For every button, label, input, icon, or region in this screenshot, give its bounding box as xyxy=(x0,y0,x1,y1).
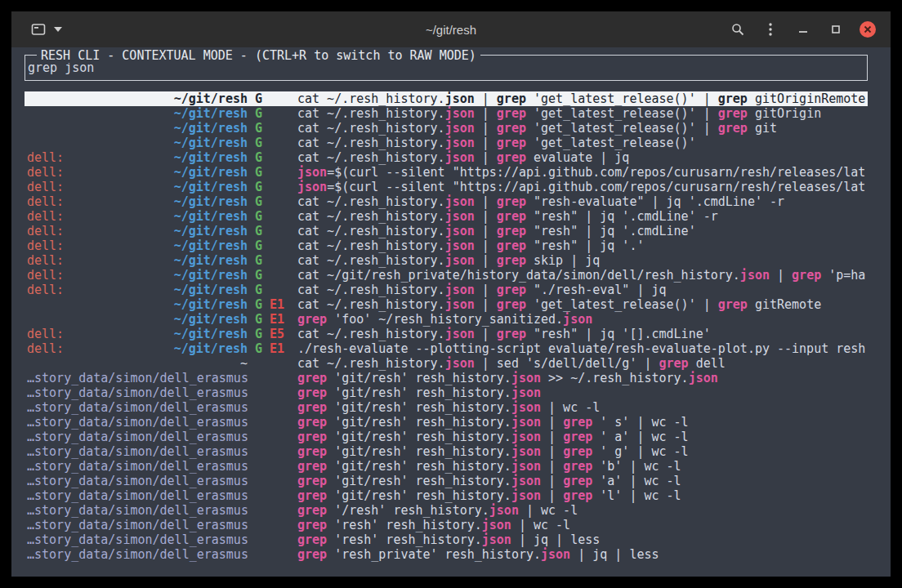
history-row[interactable]: ~/git/reshGcat ~/.resh_history.json | gr… xyxy=(25,106,868,121)
query-match: grep xyxy=(718,121,748,136)
row-location: ~ xyxy=(27,356,248,371)
history-row[interactable]: dell:~/git/reshGcat ~/.resh_history.json… xyxy=(25,150,868,165)
query-match: json xyxy=(445,224,475,238)
row-pwd: ~/git/resh xyxy=(174,165,248,180)
titlebar-controls xyxy=(729,20,876,38)
row-location: dell:~/git/resh xyxy=(27,268,248,283)
row-command: cat ~/.resh_history.json | grep "resh" |… xyxy=(297,209,868,224)
history-row[interactable]: dell:~/git/reshGcat ~/.resh_history.json… xyxy=(25,238,868,253)
query-match: json xyxy=(482,532,511,547)
close-button[interactable] xyxy=(860,21,876,38)
history-row[interactable]: …story_data/simon/dell_erasmusgrep 'resh… xyxy=(25,547,868,562)
row-command: grep 'git/resh' resh_history.json | grep… xyxy=(297,474,868,488)
row-flags: G xyxy=(248,268,297,283)
history-row[interactable]: …story_data/simon/dell_erasmusgrep 'git/… xyxy=(25,400,868,415)
row-flags: G E1 xyxy=(248,312,297,327)
row-command: grep 'git/resh' resh_history.json xyxy=(297,385,868,400)
query-match: json xyxy=(511,488,541,503)
row-location: ~/git/resh xyxy=(27,312,248,327)
row-pwd: …story_data/simon/dell_erasmus xyxy=(27,474,248,488)
history-row[interactable]: dell:~/git/reshGcat ~/.resh_history.json… xyxy=(25,194,868,209)
git-flag: G xyxy=(255,165,262,180)
history-row[interactable]: dell:~/git/reshGcat ~/git/resh_private/h… xyxy=(25,268,868,283)
row-location: dell:~/git/resh xyxy=(27,238,248,253)
history-row[interactable]: …story_data/simon/dell_erasmusgrep 'git/… xyxy=(25,488,868,503)
row-location: dell:~/git/resh xyxy=(27,341,248,356)
history-row[interactable]: …story_data/simon/dell_erasmusgrep 'git/… xyxy=(25,385,868,400)
row-location: …story_data/simon/dell_erasmus xyxy=(27,488,248,503)
row-pwd: ~/git/resh xyxy=(174,209,248,224)
history-row[interactable]: ~/git/reshGcat ~/.resh_history.json | gr… xyxy=(25,121,868,136)
history-row[interactable]: dell:~/git/reshGcat ~/.resh_history.json… xyxy=(25,283,868,297)
row-flags xyxy=(248,356,297,371)
query-match: grep xyxy=(563,488,592,503)
query-match: grep xyxy=(297,459,327,474)
history-row[interactable]: dell:~/git/reshG E5cat ~/.resh_history.j… xyxy=(25,327,868,341)
row-flags xyxy=(248,400,297,415)
git-flag: G xyxy=(255,268,262,283)
row-pwd: …story_data/simon/dell_erasmus xyxy=(27,488,248,503)
history-row[interactable]: …story_data/simon/dell_erasmusgrep 'git/… xyxy=(25,459,868,474)
query-match: grep xyxy=(792,268,821,283)
resh-mode-title: RESH CLI - CONTEXTUAL MODE - (CTRL+R to … xyxy=(37,48,480,63)
git-flag: G xyxy=(255,327,262,341)
row-pwd: ~/git/resh xyxy=(174,121,248,136)
close-icon xyxy=(864,25,872,33)
menu-button[interactable] xyxy=(761,20,779,38)
row-command: grep '/resh' resh_history.json | wc -l xyxy=(297,503,868,518)
query-match: json xyxy=(445,106,475,121)
kebab-menu-icon xyxy=(769,23,772,36)
query-match: json xyxy=(445,238,475,253)
row-location: dell:~/git/resh xyxy=(27,327,248,341)
history-row-selected[interactable]: ~/git/reshGcat ~/.resh_history.json | gr… xyxy=(25,91,868,106)
history-row[interactable]: …story_data/simon/dell_erasmusgrep 'resh… xyxy=(25,518,868,532)
query-match: json xyxy=(445,356,475,371)
query-match: json xyxy=(511,400,541,415)
history-row[interactable]: dell:~/git/reshGcat ~/.resh_history.json… xyxy=(25,209,868,224)
history-row[interactable]: ~/git/reshGcat ~/.resh_history.json | gr… xyxy=(25,136,868,150)
row-command: grep 'git/resh' resh_history.json | grep… xyxy=(297,430,868,444)
query-match: json xyxy=(489,503,519,518)
history-row[interactable]: …story_data/simon/dell_erasmusgrep 'git/… xyxy=(25,371,868,385)
row-pwd: ~/git/resh xyxy=(174,106,248,121)
row-host: dell: xyxy=(27,327,64,341)
history-row[interactable]: …story_data/simon/dell_erasmusgrep 'git/… xyxy=(25,474,868,488)
new-terminal-button[interactable] xyxy=(31,23,62,36)
history-row[interactable]: ~cat ~/.resh_history.json | sed 's/dell/… xyxy=(25,356,868,371)
row-location: …story_data/simon/dell_erasmus xyxy=(27,518,248,532)
history-row[interactable]: …story_data/simon/dell_erasmusgrep 'git/… xyxy=(25,415,868,430)
row-location: …story_data/simon/dell_erasmus xyxy=(27,415,248,430)
history-row[interactable]: dell:~/git/reshG E1./resh-evaluate --plo… xyxy=(25,341,868,356)
history-row[interactable]: …story_data/simon/dell_erasmusgrep '/res… xyxy=(25,503,868,518)
restore-icon xyxy=(831,24,841,34)
history-row[interactable]: dell:~/git/reshGcat ~/.resh_history.json… xyxy=(25,224,868,238)
row-location: …story_data/simon/dell_erasmus xyxy=(27,503,248,518)
minimize-button[interactable] xyxy=(794,20,812,38)
history-row[interactable]: …story_data/simon/dell_erasmusgrep 'resh… xyxy=(25,532,868,547)
row-location: …story_data/simon/dell_erasmus xyxy=(27,547,248,562)
row-command: grep 'git/resh' resh_history.json | grep… xyxy=(297,488,868,503)
row-pwd: ~/git/resh xyxy=(174,253,248,268)
query-match: json xyxy=(511,444,541,459)
history-row[interactable]: dell:~/git/reshGjson=$(curl --silent "ht… xyxy=(25,180,868,194)
restore-button[interactable] xyxy=(827,20,845,38)
history-row[interactable]: ~/git/reshG E1grep 'foo' ~/resh_history_… xyxy=(25,312,868,327)
row-flags: G xyxy=(248,91,297,106)
row-pwd: …story_data/simon/dell_erasmus xyxy=(27,385,248,400)
row-flags: G xyxy=(248,209,297,224)
search-button[interactable] xyxy=(729,20,747,38)
query-match: grep xyxy=(297,400,327,415)
history-row[interactable]: …story_data/simon/dell_erasmusgrep 'git/… xyxy=(25,430,868,444)
history-row[interactable]: ~/git/reshG E1cat ~/.resh_history.json |… xyxy=(25,297,868,312)
history-row[interactable]: …story_data/simon/dell_erasmusgrep 'git/… xyxy=(25,444,868,459)
history-row[interactable]: dell:~/git/reshGjson=$(curl --silent "ht… xyxy=(25,165,868,180)
row-pwd: ~/git/resh xyxy=(174,136,248,150)
query-match: json xyxy=(445,194,475,209)
query-match: json xyxy=(563,312,592,327)
history-row[interactable]: dell:~/git/reshGcat ~/.resh_history.json… xyxy=(25,253,868,268)
terminal-icon xyxy=(31,23,46,36)
row-pwd: ~/git/resh xyxy=(174,312,248,327)
row-command: grep 'git/resh' resh_history.json | wc -… xyxy=(297,400,868,415)
query-match: grep xyxy=(497,121,526,136)
row-host: dell: xyxy=(27,253,64,268)
